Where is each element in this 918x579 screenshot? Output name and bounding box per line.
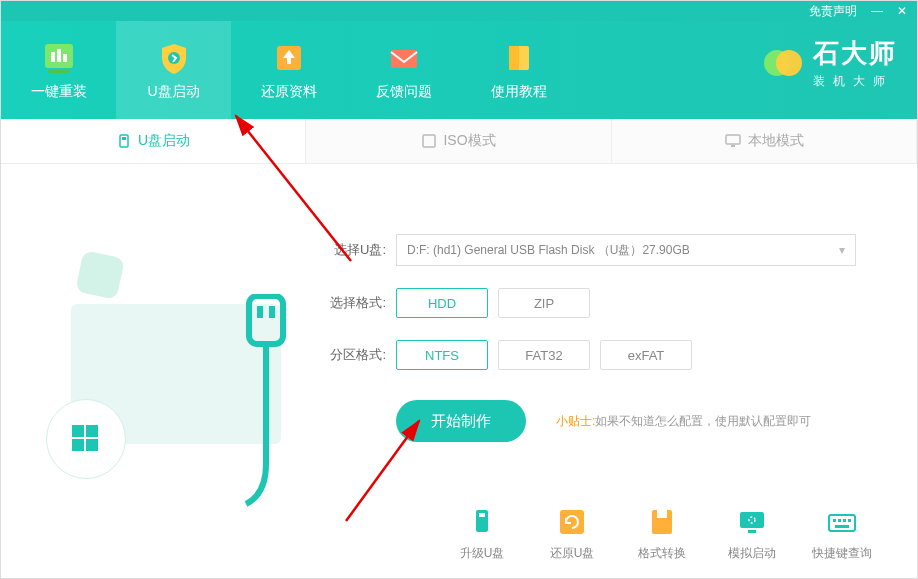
chart-icon	[40, 39, 78, 77]
logo-icon	[761, 41, 805, 85]
svg-rect-29	[740, 512, 764, 528]
svg-rect-7	[391, 50, 417, 68]
partition-fat32-button[interactable]: FAT32	[498, 340, 590, 370]
svg-rect-35	[843, 519, 846, 522]
start-create-button[interactable]: 开始制作	[396, 400, 526, 442]
usb-select[interactable]: D:F: (hd1) General USB Flash Disk （U盘）27…	[396, 234, 856, 266]
main-nav: 一键重装 U盘启动 还原资料 反馈问题 使用教程 石大师 装机大师	[1, 21, 917, 119]
mail-icon	[385, 39, 423, 77]
format-zip-button[interactable]: ZIP	[498, 288, 590, 318]
svg-rect-25	[479, 513, 485, 517]
svg-rect-23	[269, 306, 275, 318]
svg-rect-32	[829, 515, 855, 531]
svg-rect-37	[835, 525, 849, 528]
keyboard-icon	[825, 505, 859, 539]
shield-icon	[155, 39, 193, 77]
tool-label: 升级U盘	[460, 545, 505, 562]
tool-label: 快捷键查询	[812, 545, 872, 562]
svg-rect-28	[657, 510, 667, 518]
nav-label: U盘启动	[147, 83, 199, 101]
tool-format-convert[interactable]: 格式转换	[617, 505, 707, 562]
usb-select-label: 选择U盘:	[316, 241, 386, 259]
tool-restore-usb[interactable]: 还原U盘	[527, 505, 617, 562]
partition-ntfs-button[interactable]: NTFS	[396, 340, 488, 370]
svg-rect-1	[51, 52, 55, 62]
usb-upgrade-icon	[465, 505, 499, 539]
footer-tools: 升级U盘 还原U盘 格式转换 模拟启动 快捷键查询	[1, 488, 917, 578]
monitor-boot-icon	[735, 505, 769, 539]
minimize-button[interactable]: —	[871, 4, 883, 18]
disk-icon	[645, 505, 679, 539]
nav-label: 一键重装	[31, 83, 87, 101]
tab-iso[interactable]: ISO模式	[306, 119, 611, 163]
svg-rect-18	[86, 425, 98, 437]
nav-tutorial[interactable]: 使用教程	[461, 21, 576, 119]
format-label: 选择格式:	[316, 294, 386, 312]
svg-rect-16	[731, 145, 735, 147]
windows-icon	[66, 419, 106, 459]
tab-label: ISO模式	[443, 132, 495, 150]
restore-icon	[555, 505, 589, 539]
tab-local[interactable]: 本地模式	[612, 119, 917, 163]
tip-text: 小贴士:如果不知道怎么配置，使用默认配置即可	[556, 413, 811, 430]
book-icon	[500, 39, 538, 77]
sub-tabs: U盘启动 ISO模式 本地模式	[1, 119, 917, 164]
iso-icon	[421, 133, 437, 149]
nav-label: 还原资料	[261, 83, 317, 101]
svg-rect-30	[748, 530, 756, 533]
tip-label: 小贴士:	[556, 414, 595, 428]
tab-usb-boot[interactable]: U盘启动	[1, 119, 306, 163]
svg-rect-2	[57, 49, 61, 62]
svg-rect-9	[509, 46, 519, 70]
tool-upgrade-usb[interactable]: 升级U盘	[437, 505, 527, 562]
svg-rect-14	[423, 135, 435, 147]
nav-reinstall[interactable]: 一键重装	[1, 21, 116, 119]
svg-rect-20	[86, 439, 98, 451]
nav-restore[interactable]: 还原资料	[231, 21, 346, 119]
svg-rect-33	[833, 519, 836, 522]
format-hdd-button[interactable]: HDD	[396, 288, 488, 318]
brand-subtitle: 装机大师	[813, 73, 897, 90]
usb-icon	[116, 133, 132, 149]
partition-exfat-button[interactable]: exFAT	[600, 340, 692, 370]
tool-hotkey-lookup[interactable]: 快捷键查询	[797, 505, 887, 562]
svg-rect-36	[848, 519, 851, 522]
svg-rect-19	[72, 439, 84, 451]
nav-feedback[interactable]: 反馈问题	[346, 21, 461, 119]
svg-rect-13	[122, 137, 126, 140]
svg-rect-15	[726, 135, 740, 144]
svg-point-11	[776, 50, 802, 76]
disclaimer-link[interactable]: 免责声明	[809, 3, 857, 20]
usb-select-value: D:F: (hd1) General USB Flash Disk （U盘）27…	[407, 242, 690, 259]
nav-label: 使用教程	[491, 83, 547, 101]
tool-label: 模拟启动	[728, 545, 776, 562]
svg-rect-4	[49, 70, 69, 73]
tool-simulate-boot[interactable]: 模拟启动	[707, 505, 797, 562]
brand-title: 石大师	[813, 36, 897, 71]
close-button[interactable]: ✕	[897, 4, 907, 18]
brand-logo: 石大师 装机大师	[761, 36, 897, 90]
tab-label: U盘启动	[138, 132, 190, 150]
svg-rect-26	[560, 510, 584, 534]
svg-rect-12	[120, 135, 128, 147]
tool-label: 格式转换	[638, 545, 686, 562]
illustration	[1, 164, 316, 488]
nav-usb-boot[interactable]: U盘启动	[116, 21, 231, 119]
chevron-down-icon: ▾	[839, 243, 845, 257]
monitor-icon	[724, 133, 742, 149]
partition-label: 分区格式:	[316, 346, 386, 364]
tool-label: 还原U盘	[550, 545, 595, 562]
svg-rect-17	[72, 425, 84, 437]
svg-rect-3	[63, 54, 67, 62]
svg-rect-34	[838, 519, 841, 522]
nav-label: 反馈问题	[376, 83, 432, 101]
svg-rect-22	[257, 306, 263, 318]
tab-label: 本地模式	[748, 132, 804, 150]
svg-rect-21	[249, 296, 283, 344]
upload-icon	[270, 39, 308, 77]
